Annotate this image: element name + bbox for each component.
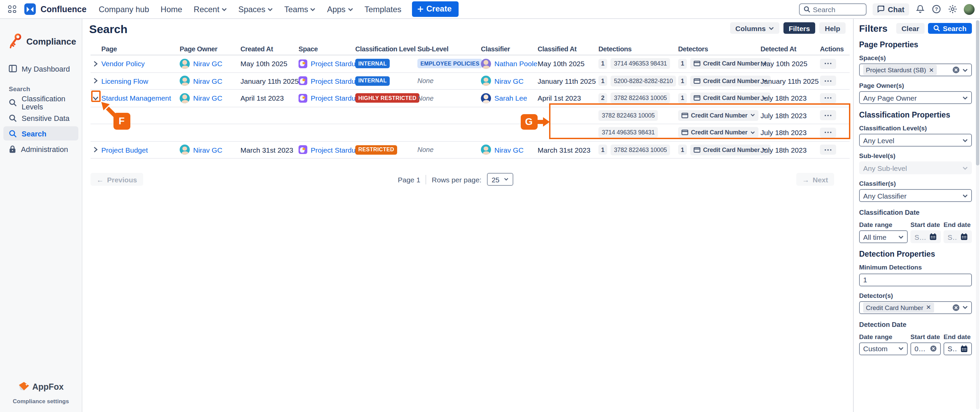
avatar	[180, 76, 190, 86]
space-link[interactable]: Project Stardust	[311, 60, 361, 68]
row-actions-button[interactable]	[820, 93, 836, 103]
create-button[interactable]: Create	[412, 2, 458, 17]
classified-at: April 1st 2023	[538, 94, 598, 102]
nav-item-templates[interactable]: Templates	[361, 2, 404, 16]
sidebar-item-sensitive-data[interactable]: Sensitive Data	[3, 111, 78, 125]
app-window: Confluence Company hub Home Recent Space…	[0, 0, 980, 412]
clear-field-icon[interactable]	[952, 304, 960, 311]
help-button[interactable]: Help	[819, 22, 846, 34]
page-owner-link[interactable]: Nirav GC	[193, 77, 222, 85]
col-header-sub-level: Sub-Level	[417, 45, 481, 52]
detector-chip[interactable]: Credit Card Number	[690, 145, 770, 155]
remove-chip-icon[interactable]: ✕	[929, 67, 934, 73]
classification-level-select[interactable]: Any Level	[859, 134, 972, 146]
page-link[interactable]: Stardust Management	[101, 94, 171, 102]
nav-item-teams[interactable]: Teams	[281, 2, 319, 16]
top-navigation: Confluence Company hub Home Recent Space…	[0, 0, 980, 19]
confluence-logo-icon[interactable]	[24, 3, 36, 15]
columns-button[interactable]: Columns	[730, 22, 780, 34]
sidebar-item-classification-levels[interactable]: Classification Levels	[3, 95, 78, 110]
global-search-input[interactable]	[799, 3, 866, 15]
remove-chip-icon[interactable]: ✕	[926, 304, 931, 311]
page-owner-link[interactable]: Nirav GC	[193, 60, 222, 68]
spaces-label: Space(s)	[859, 54, 972, 62]
spaces-multiselect[interactable]: Project Stardust (SB)✕	[859, 64, 972, 76]
page-owners-label: Page Owner(s)	[859, 82, 972, 89]
app-switcher-icon[interactable]	[6, 3, 18, 15]
search-results-main: Search Columns Filters Help Page Page Ow…	[83, 19, 853, 412]
expand-chevron-right-icon[interactable]	[91, 145, 100, 155]
page-owners-select[interactable]: Any Page Owner	[859, 91, 972, 104]
detection-value-chip: 3782 822463 10005	[611, 145, 670, 155]
help-question-icon[interactable]: ?	[931, 4, 942, 14]
page-link[interactable]: Project Budget	[101, 146, 148, 154]
classification-date-range-select[interactable]: All time	[859, 230, 908, 243]
detector-chip[interactable]: Credit Card Number	[690, 93, 770, 104]
page-link[interactable]: Licensing Flow	[101, 77, 148, 85]
classifier-link[interactable]: Nirav GC	[495, 146, 523, 154]
fox-icon	[18, 382, 29, 392]
search-icon	[9, 98, 17, 107]
space-link[interactable]: Project Stardust	[311, 146, 361, 154]
clear-field-icon[interactable]	[930, 345, 937, 352]
apply-search-button[interactable]: Search	[928, 23, 972, 34]
filters-toggle-button[interactable]: Filters	[783, 22, 815, 34]
user-avatar[interactable]	[964, 4, 975, 14]
classifier-select[interactable]: Any Classifier	[859, 189, 972, 202]
row-actions-button[interactable]	[820, 76, 836, 86]
created-at: March 31st 2023	[240, 146, 299, 154]
next-page-button[interactable]: →Next	[796, 173, 834, 186]
scrollbar-thumb[interactable]	[976, 20, 979, 165]
detections-count: 1	[598, 59, 607, 69]
detector-chip[interactable]: Credit Card Number	[690, 76, 770, 86]
compliance-settings-link[interactable]: Compliance settings	[0, 398, 82, 404]
nav-item-company-hub[interactable]: Company hub	[95, 2, 152, 16]
rows-per-page-select[interactable]: 25	[487, 173, 513, 186]
detector-chip[interactable]: Credit Card Number	[690, 59, 770, 69]
key-icon	[8, 32, 23, 50]
clear-filters-button[interactable]: Clear	[896, 23, 924, 34]
table-header-row: Page Page Owner Created At Space Classif…	[91, 43, 850, 56]
vertical-scrollbar[interactable]	[976, 20, 979, 409]
expand-chevron-right-icon[interactable]	[91, 76, 100, 86]
expand-chevron-right-icon[interactable]	[91, 59, 100, 68]
classifier-link[interactable]: Nathan Poole	[495, 60, 537, 68]
space-link[interactable]: Project Stardust	[311, 77, 361, 85]
page-link[interactable]: Vendor Policy	[101, 60, 145, 68]
chat-button[interactable]: Chat	[872, 3, 909, 15]
sub-level-none: None	[417, 77, 434, 85]
chevron-down-icon	[963, 95, 968, 100]
sidebar-section-label: Search	[9, 85, 82, 92]
search-icon	[9, 114, 17, 122]
avatar	[180, 145, 190, 155]
previous-page-button[interactable]: ←Previous	[91, 173, 143, 186]
settings-gear-icon[interactable]	[948, 4, 958, 14]
annotation-label-g: G	[520, 114, 537, 130]
nav-item-home[interactable]: Home	[158, 2, 186, 16]
notifications-bell-icon[interactable]	[915, 4, 925, 14]
page-owner-link[interactable]: Nirav GC	[193, 146, 222, 154]
nav-item-spaces[interactable]: Spaces	[235, 2, 276, 16]
detectors-count: 1	[678, 145, 687, 155]
nav-item-recent[interactable]: Recent	[191, 2, 230, 16]
page-owner-link[interactable]: Nirav GC	[193, 94, 222, 102]
row-actions-button[interactable]	[820, 59, 836, 69]
sidebar-item-search[interactable]: Search	[3, 126, 78, 140]
chevron-down-icon	[768, 26, 774, 30]
clear-field-icon[interactable]	[952, 66, 960, 74]
detectors-multiselect[interactable]: Credit Card Number✕	[859, 301, 972, 314]
detection-date-range-select[interactable]: Custom	[859, 342, 908, 355]
avatar	[481, 93, 491, 103]
sidebar-item-my-dashboard[interactable]: My Dashboard	[3, 62, 78, 76]
sidebar-item-administration[interactable]: Administration	[3, 142, 78, 156]
col-header-classifier: Classifier	[481, 45, 538, 52]
space-link[interactable]: Project Stardust	[311, 94, 361, 102]
classifier-link[interactable]: Sarah Lee	[495, 94, 527, 102]
detected-at: May 10th 2025	[760, 60, 820, 68]
nav-item-apps[interactable]: Apps	[323, 2, 356, 16]
detection-start-date[interactable]: 01/0...	[910, 342, 941, 355]
minimum-detections-input[interactable]	[859, 273, 972, 286]
detection-end-date[interactable]: Selec	[943, 342, 972, 355]
row-actions-button[interactable]	[820, 145, 836, 155]
classifier-link[interactable]: Nirav GC	[495, 77, 523, 85]
